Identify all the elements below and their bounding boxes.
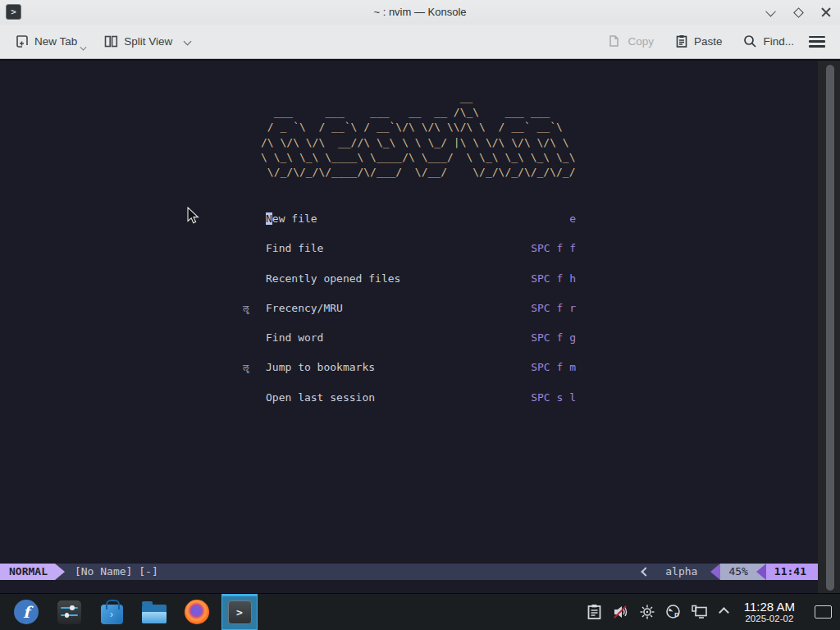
clipboard-tray-button[interactable] xyxy=(586,603,604,621)
firefox-icon xyxy=(185,600,209,624)
menu-button[interactable] xyxy=(809,36,825,48)
copy-icon xyxy=(609,34,622,48)
vim-statusline: NORMAL [No Name] [-] alpha 45% 11:41 xyxy=(0,564,818,580)
split-view-dropdown-icon xyxy=(184,38,192,46)
dashboard-menu-item[interactable]: Find file SPC f f xyxy=(243,241,576,256)
tray-expand-icon[interactable] xyxy=(719,607,729,618)
split-view-icon xyxy=(104,34,118,48)
volume-tray-button[interactable] xyxy=(612,603,630,621)
buffer-name: [No Name] [-] xyxy=(75,564,158,580)
taskbar-item-konsole-active[interactable]: > xyxy=(221,594,258,630)
disk-quota-tray-button[interactable]: D xyxy=(664,603,682,621)
filetype-label: alpha xyxy=(665,564,697,580)
neovim-ascii-logo: __ ___ ___ ___ __ __ /\_\ ___ ___ / _ `\… xyxy=(261,90,576,180)
scrollbar-handle[interactable] xyxy=(826,65,834,591)
powerline-separator xyxy=(710,564,720,580)
window-titlebar[interactable]: > ~ : nvim — Konsole xyxy=(0,0,840,25)
brightness-sun-icon xyxy=(639,604,655,620)
taskbar: f › > xyxy=(0,593,840,630)
paste-button[interactable]: Paste xyxy=(670,30,728,53)
terminal-screen[interactable]: __ ___ ___ ___ __ __ /\_\ ___ ___ / _ `\… xyxy=(0,59,840,593)
dashboard-menu-item[interactable]: ॡ Frecency/MRU SPC f r xyxy=(243,301,576,316)
dashboard-menu-item[interactable]: Open last session SPC s l xyxy=(243,390,576,405)
split-view-button[interactable]: Split View xyxy=(99,30,195,53)
dashboard-menu-item[interactable]: Recently opened files SPC f h xyxy=(243,272,576,286)
menu-item-shortcut: SPC f m xyxy=(531,360,576,375)
taskbar-item-file-manager[interactable] xyxy=(136,594,172,630)
new-tab-dropdown-icon xyxy=(80,44,87,51)
dashboard-menu: New file e Find file SPC f f Recently op… xyxy=(243,212,576,420)
menu-item-shortcut: SPC f r xyxy=(531,301,576,316)
menu-item-icon: ॡ xyxy=(243,360,256,375)
menu-item-label: New file xyxy=(266,212,569,226)
find-button[interactable]: Find... xyxy=(738,30,799,53)
search-icon xyxy=(743,34,757,48)
paste-label: Paste xyxy=(694,35,723,48)
close-button[interactable] xyxy=(820,7,832,18)
discover-icon: › xyxy=(101,605,123,624)
konsole-toolbar: New Tab Split View Copy Past xyxy=(0,25,840,59)
find-label: Find... xyxy=(763,35,794,48)
menu-item-label: Open last session xyxy=(266,390,531,405)
dashboard-menu-item[interactable]: Find word SPC f g xyxy=(243,331,576,345)
brightness-tray-button[interactable] xyxy=(638,603,656,621)
quota-globe-icon: D xyxy=(665,604,682,620)
window-title: ~ : nvim — Konsole xyxy=(0,0,840,25)
minimize-button[interactable] xyxy=(765,7,776,18)
konsole-icon: > xyxy=(228,600,252,624)
taskbar-item-system-settings[interactable] xyxy=(51,594,87,630)
powerline-separator xyxy=(55,564,65,580)
paste-icon xyxy=(675,34,688,48)
svg-text:D: D xyxy=(674,612,679,619)
close-icon xyxy=(821,7,831,17)
chevron-left-icon xyxy=(641,567,651,576)
menu-item-shortcut: SPC s l xyxy=(531,390,576,405)
new-tab-label: New Tab xyxy=(34,35,77,48)
clock-time: 11:28 AM xyxy=(744,600,795,614)
scroll-percent: 45% xyxy=(720,564,756,580)
copy-button[interactable]: Copy xyxy=(604,30,659,53)
statusline-clock: 11:41 xyxy=(766,564,818,580)
maximize-button[interactable] xyxy=(792,7,804,18)
split-view-label: Split View xyxy=(124,35,172,48)
new-tab-button[interactable]: New Tab xyxy=(10,30,91,53)
fedora-logo-icon: f xyxy=(14,600,39,624)
system-settings-icon xyxy=(57,600,81,624)
display-tray-button[interactable] xyxy=(691,603,709,621)
clipboard-icon xyxy=(587,604,602,620)
monitor-device-icon xyxy=(691,604,708,620)
powerline-separator xyxy=(756,564,766,580)
mouse-pointer-icon xyxy=(187,207,200,225)
volume-muted-icon xyxy=(612,604,629,620)
menu-item-shortcut: e xyxy=(569,212,576,226)
clock-widget[interactable]: 11:28 AM 2025-02-02 xyxy=(744,600,795,624)
menu-item-shortcut: SPC f h xyxy=(531,272,576,286)
menu-item-label: Recently opened files xyxy=(266,272,531,286)
dashboard-menu-item[interactable]: ॡ Jump to bookmarks SPC f m xyxy=(243,360,576,375)
taskbar-item-fedora-menu[interactable]: f xyxy=(8,594,44,630)
maximize-icon xyxy=(793,7,804,18)
taskbar-item-discover[interactable]: › xyxy=(94,594,130,630)
menu-item-label: Find word xyxy=(266,331,531,345)
vim-cursor: N xyxy=(266,212,272,225)
copy-label: Copy xyxy=(628,35,654,48)
show-desktop-button[interactable] xyxy=(815,605,832,619)
menu-item-label: Frecency/MRU xyxy=(266,301,531,316)
terminal-scrollbar[interactable] xyxy=(818,61,840,593)
menu-item-shortcut: SPC f f xyxy=(531,241,576,256)
clock-date: 2025-02-02 xyxy=(744,614,795,624)
desktop: > ~ : nvim — Konsole New Tab Split View xyxy=(0,0,840,630)
dashboard-menu-item[interactable]: New file e xyxy=(243,212,576,226)
taskbar-item-firefox[interactable] xyxy=(179,594,215,630)
folder-icon xyxy=(142,605,167,623)
new-tab-icon xyxy=(15,34,29,48)
menu-item-label: Jump to bookmarks xyxy=(266,360,531,375)
menu-item-icon: ॡ xyxy=(243,301,256,316)
menu-item-label: Find file xyxy=(266,241,531,256)
minimize-icon xyxy=(765,6,776,16)
menu-item-shortcut: SPC f g xyxy=(531,331,576,345)
vim-mode-segment: NORMAL xyxy=(0,564,55,580)
